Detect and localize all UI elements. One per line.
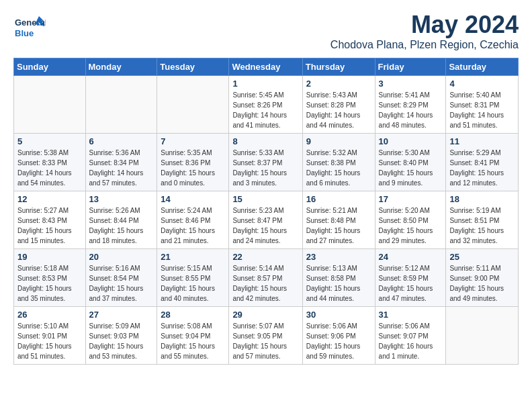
day-number: 12 <box>17 194 82 204</box>
calendar-cell: 19Sunrise: 5:18 AMSunset: 8:53 PMDayligh… <box>14 249 86 307</box>
calendar-cell: 17Sunrise: 5:20 AMSunset: 8:50 PMDayligh… <box>375 191 446 249</box>
title-block: May 2024 Chodova Plana, Plzen Region, Cz… <box>330 11 519 51</box>
calendar-cell: 12Sunrise: 5:27 AMSunset: 8:43 PMDayligh… <box>14 191 86 249</box>
header-sunday: Sunday <box>14 58 86 76</box>
calendar-cell <box>157 76 229 134</box>
calendar-cell: 6Sunrise: 5:36 AMSunset: 8:34 PMDaylight… <box>85 134 157 191</box>
day-info: Sunrise: 5:20 AMSunset: 8:50 PMDaylight:… <box>379 205 443 246</box>
day-info: Sunrise: 5:43 AMSunset: 8:28 PMDaylight:… <box>306 90 371 130</box>
day-info: Sunrise: 5:38 AMSunset: 8:33 PMDaylight:… <box>17 148 82 188</box>
day-number: 22 <box>232 252 298 262</box>
calendar-cell: 27Sunrise: 5:09 AMSunset: 9:03 PMDayligh… <box>85 307 157 365</box>
svg-text:Blue: Blue <box>15 28 34 38</box>
calendar-cell: 22Sunrise: 5:14 AMSunset: 8:57 PMDayligh… <box>229 249 302 307</box>
calendar-cell: 23Sunrise: 5:13 AMSunset: 8:58 PMDayligh… <box>302 249 375 307</box>
day-info: Sunrise: 5:06 AMSunset: 9:06 PMDaylight:… <box>306 321 371 361</box>
day-info: Sunrise: 5:08 AMSunset: 9:04 PMDaylight:… <box>161 321 225 361</box>
day-info: Sunrise: 5:24 AMSunset: 8:46 PMDaylight:… <box>161 205 225 246</box>
day-number: 27 <box>89 310 154 320</box>
day-info: Sunrise: 5:15 AMSunset: 8:55 PMDaylight:… <box>161 263 225 304</box>
day-number: 26 <box>17 310 82 320</box>
day-number: 11 <box>449 136 515 146</box>
day-number: 23 <box>306 252 371 262</box>
calendar-cell: 5Sunrise: 5:38 AMSunset: 8:33 PMDaylight… <box>14 134 86 191</box>
day-info: Sunrise: 5:11 AMSunset: 9:00 PMDaylight:… <box>449 263 515 304</box>
day-info: Sunrise: 5:26 AMSunset: 8:44 PMDaylight:… <box>89 205 154 246</box>
calendar-cell <box>85 76 157 134</box>
day-number: 30 <box>306 310 371 320</box>
logo-icon: General Blue <box>13 11 46 43</box>
day-info: Sunrise: 5:21 AMSunset: 8:48 PMDaylight:… <box>306 205 371 246</box>
calendar-cell: 30Sunrise: 5:06 AMSunset: 9:06 PMDayligh… <box>302 307 375 365</box>
day-info: Sunrise: 5:13 AMSunset: 8:58 PMDaylight:… <box>306 263 371 304</box>
calendar-week-0: 1Sunrise: 5:45 AMSunset: 8:26 PMDaylight… <box>14 76 519 134</box>
day-number: 9 <box>306 136 371 146</box>
day-number: 10 <box>379 136 443 146</box>
day-number: 8 <box>232 136 298 146</box>
day-number: 29 <box>232 310 298 320</box>
calendar-cell: 2Sunrise: 5:43 AMSunset: 8:28 PMDaylight… <box>302 76 375 134</box>
day-number: 28 <box>161 310 225 320</box>
day-info: Sunrise: 5:23 AMSunset: 8:47 PMDaylight:… <box>232 205 298 246</box>
calendar-cell: 8Sunrise: 5:33 AMSunset: 8:37 PMDaylight… <box>229 134 302 191</box>
day-number: 2 <box>306 79 371 89</box>
day-info: Sunrise: 5:18 AMSunset: 8:53 PMDaylight:… <box>17 263 82 304</box>
day-info: Sunrise: 5:32 AMSunset: 8:38 PMDaylight:… <box>306 148 371 188</box>
day-number: 24 <box>379 252 443 262</box>
header-wednesday: Wednesday <box>229 58 302 76</box>
calendar-cell: 9Sunrise: 5:32 AMSunset: 8:38 PMDaylight… <box>302 134 375 191</box>
day-info: Sunrise: 5:30 AMSunset: 8:40 PMDaylight:… <box>379 148 443 188</box>
calendar-cell: 24Sunrise: 5:12 AMSunset: 8:59 PMDayligh… <box>375 249 446 307</box>
day-number: 1 <box>232 79 298 89</box>
day-number: 31 <box>379 310 443 320</box>
calendar-cell: 7Sunrise: 5:35 AMSunset: 8:36 PMDaylight… <box>157 134 229 191</box>
calendar-cell: 26Sunrise: 5:10 AMSunset: 9:01 PMDayligh… <box>14 307 86 365</box>
calendar-title: May 2024 <box>330 11 519 39</box>
day-info: Sunrise: 5:07 AMSunset: 9:05 PMDaylight:… <box>232 321 298 361</box>
calendar-cell: 10Sunrise: 5:30 AMSunset: 8:40 PMDayligh… <box>375 134 446 191</box>
day-info: Sunrise: 5:45 AMSunset: 8:26 PMDaylight:… <box>232 90 298 130</box>
header-monday: Monday <box>85 58 157 76</box>
calendar-cell: 4Sunrise: 5:40 AMSunset: 8:31 PMDaylight… <box>446 76 519 134</box>
day-number: 6 <box>89 136 154 146</box>
day-info: Sunrise: 5:14 AMSunset: 8:57 PMDaylight:… <box>232 263 298 304</box>
calendar-cell: 1Sunrise: 5:45 AMSunset: 8:26 PMDaylight… <box>229 76 302 134</box>
day-number: 15 <box>232 194 298 204</box>
day-number: 25 <box>449 252 515 262</box>
calendar-cell: 21Sunrise: 5:15 AMSunset: 8:55 PMDayligh… <box>157 249 229 307</box>
day-number: 4 <box>449 79 515 89</box>
calendar-cell: 13Sunrise: 5:26 AMSunset: 8:44 PMDayligh… <box>85 191 157 249</box>
calendar-cell: 15Sunrise: 5:23 AMSunset: 8:47 PMDayligh… <box>229 191 302 249</box>
day-info: Sunrise: 5:09 AMSunset: 9:03 PMDaylight:… <box>89 321 154 361</box>
day-info: Sunrise: 5:27 AMSunset: 8:43 PMDaylight:… <box>17 205 82 246</box>
calendar-cell: 14Sunrise: 5:24 AMSunset: 8:46 PMDayligh… <box>157 191 229 249</box>
calendar-cell: 16Sunrise: 5:21 AMSunset: 8:48 PMDayligh… <box>302 191 375 249</box>
header-tuesday: Tuesday <box>157 58 229 76</box>
day-number: 20 <box>89 252 154 262</box>
day-info: Sunrise: 5:16 AMSunset: 8:54 PMDaylight:… <box>89 263 154 304</box>
calendar-cell: 28Sunrise: 5:08 AMSunset: 9:04 PMDayligh… <box>157 307 229 365</box>
header: General Blue May 2024 Chodova Plana, Plz… <box>13 11 519 51</box>
calendar-cell: 29Sunrise: 5:07 AMSunset: 9:05 PMDayligh… <box>229 307 302 365</box>
day-info: Sunrise: 5:35 AMSunset: 8:36 PMDaylight:… <box>161 148 225 188</box>
day-info: Sunrise: 5:10 AMSunset: 9:01 PMDaylight:… <box>17 321 82 361</box>
header-saturday: Saturday <box>446 58 519 76</box>
header-friday: Friday <box>375 58 446 76</box>
day-info: Sunrise: 5:12 AMSunset: 8:59 PMDaylight:… <box>379 263 443 304</box>
page: General Blue May 2024 Chodova Plana, Plz… <box>0 0 532 375</box>
calendar-week-1: 5Sunrise: 5:38 AMSunset: 8:33 PMDaylight… <box>14 134 519 191</box>
logo: General Blue <box>13 11 46 43</box>
calendar-header-row: Sunday Monday Tuesday Wednesday Thursday… <box>14 58 519 76</box>
calendar-cell: 31Sunrise: 5:06 AMSunset: 9:07 PMDayligh… <box>375 307 446 365</box>
calendar-cell <box>14 76 86 134</box>
day-number: 5 <box>17 136 82 146</box>
day-info: Sunrise: 5:33 AMSunset: 8:37 PMDaylight:… <box>232 148 298 188</box>
calendar-cell: 20Sunrise: 5:16 AMSunset: 8:54 PMDayligh… <box>85 249 157 307</box>
day-number: 18 <box>449 194 515 204</box>
calendar-cell: 11Sunrise: 5:29 AMSunset: 8:41 PMDayligh… <box>446 134 519 191</box>
day-info: Sunrise: 5:19 AMSunset: 8:51 PMDaylight:… <box>449 205 515 246</box>
calendar-table: Sunday Monday Tuesday Wednesday Thursday… <box>13 58 519 365</box>
day-info: Sunrise: 5:29 AMSunset: 8:41 PMDaylight:… <box>449 148 515 188</box>
calendar-week-3: 19Sunrise: 5:18 AMSunset: 8:53 PMDayligh… <box>14 249 519 307</box>
day-number: 21 <box>161 252 225 262</box>
